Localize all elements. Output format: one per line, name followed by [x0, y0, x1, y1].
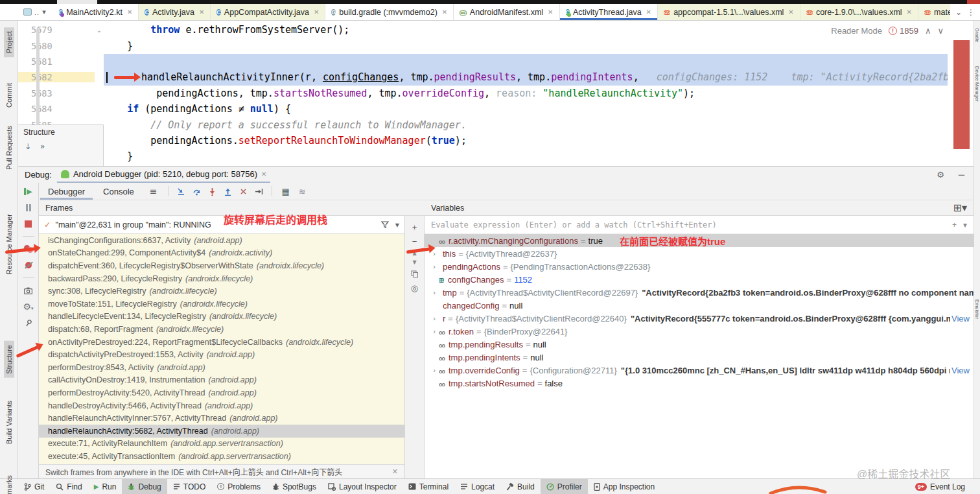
- tab-list-menu-icon[interactable]: ≡: [150, 186, 158, 196]
- variable-row[interactable]: ootmp.pendingIntents=null: [425, 351, 974, 364]
- stack-frame[interactable]: handleRelaunchActivityInner:5767, Activi…: [39, 412, 404, 425]
- stack-frame[interactable]: isChangingConfigurations:6637, Activity(…: [39, 234, 404, 247]
- fold-marker[interactable]: ⌄: [95, 27, 104, 34]
- line-number[interactable]: 5680: [18, 41, 95, 51]
- stack-frame[interactable]: callActivityOnDestroy:1419, Instrumentat…: [39, 374, 404, 387]
- right-stripe-item-device-manager[interactable]: Device Manager: [974, 64, 980, 104]
- editor-tab-androidmanifest-xml[interactable]: MFAndroidManifest.xml✕: [454, 4, 559, 20]
- inspections-badge[interactable]: ! 1859: [889, 26, 918, 36]
- variable-row[interactable]: ›ootmp.overrideConfig={Configuration@227…: [425, 364, 974, 377]
- editor-tab-core-1-9-0-values-xml[interactable]: </>core-1.9.0\...\values.xml✕: [800, 4, 918, 20]
- sidebar-item-build-variants[interactable]: Build Variants: [4, 397, 14, 448]
- code-text[interactable]: // Only report a successful relaunch to …: [104, 117, 948, 132]
- statusbar-item-git[interactable]: Git: [18, 479, 50, 494]
- stack-frame[interactable]: handleDestroyActivity:5466, ActivityThre…: [39, 399, 404, 412]
- close-session-icon[interactable]: ✕: [261, 171, 266, 178]
- editor-tab-activity-java[interactable]: CActivity.java✕: [139, 4, 211, 20]
- variable-row[interactable]: oor.activity.mChangingConfigurations=tru…: [425, 234, 974, 247]
- settings-gear-icon[interactable]: ⚙▾: [23, 301, 34, 312]
- tab-close-icon[interactable]: ✕: [127, 8, 132, 16]
- statusbar-item-spotbugs[interactable]: SpotBugs: [266, 479, 322, 494]
- next-error-icon[interactable]: ∨: [937, 26, 944, 36]
- move-watch-down-icon[interactable]: ▼: [405, 257, 424, 266]
- dismiss-banner-icon[interactable]: ✕: [392, 467, 398, 476]
- tab-close-icon[interactable]: ✕: [199, 8, 204, 16]
- layout-settings-icon[interactable]: ⊞▾: [953, 202, 967, 214]
- sidebar-item-resource-manager[interactable]: Resource Manager: [4, 210, 14, 279]
- sidebar-item-bookmarks[interactable]: Bookmarks: [4, 471, 14, 494]
- drop-frame-icon[interactable]: [237, 185, 250, 198]
- run-to-cursor-icon[interactable]: [253, 185, 266, 198]
- code-text[interactable]: [104, 54, 948, 69]
- stack-frame[interactable]: performDestroy:8543, Activity(android.ap…: [39, 361, 404, 374]
- tab-close-icon[interactable]: ✕: [548, 8, 553, 16]
- code-editor[interactable]: 5679⌄ throw e.rethrowFromSystemServer();…: [18, 21, 974, 166]
- variable-row[interactable]: ›oor.token={BinderProxy@22641}: [425, 325, 974, 338]
- expand-chevron-icon[interactable]: ›: [430, 366, 439, 374]
- tabs-overflow-chevron-icon[interactable]: ⌄: [955, 8, 962, 17]
- filter-funnel-icon[interactable]: [381, 221, 389, 229]
- stack-frame[interactable]: moveToState:151, LifecycleRegistry(andro…: [39, 298, 404, 311]
- stack-frame[interactable]: execute:71, ActivityRelaunchItem(android…: [39, 438, 404, 451]
- statusbar-item-profiler[interactable]: Profiler: [541, 479, 588, 494]
- code-text[interactable]: throw e.rethrowFromSystemServer();: [104, 22, 948, 38]
- stack-frame[interactable]: handleRelaunchActivity:5682, ActivityThr…: [39, 425, 404, 438]
- resume-icon[interactable]: ▶: [23, 186, 34, 196]
- variable-row[interactable]: changedConfig=null: [425, 299, 974, 312]
- editor-tab-appcompat-1-5-1-values-xml[interactable]: </>appcompat-1.5.1\...\values.xml✕: [658, 4, 800, 20]
- evaluate-expression-row[interactable]: Evaluate expression (Enter) or add a wat…: [425, 216, 974, 234]
- editor-error-stripe[interactable]: [953, 40, 970, 149]
- statusbar-item-terminal[interactable]: Terminal: [402, 479, 454, 494]
- statusbar-item-build[interactable]: Build: [500, 479, 541, 494]
- pin-icon[interactable]: [23, 318, 34, 328]
- step-out-icon[interactable]: [222, 185, 235, 198]
- editor-tab-build-gradle-mvvmdemo2-[interactable]: Gbuild.gradle (:mvvmdemo2)✕: [325, 4, 454, 20]
- structure-panel-title[interactable]: Structure: [18, 125, 103, 138]
- editor-tab-material-1-6-[interactable]: </>material-1.6.: [918, 4, 950, 20]
- mute-breakpoints-icon[interactable]: [23, 260, 34, 270]
- right-stripe-item-gradle[interactable]: Gradle: [974, 26, 980, 45]
- variable-row[interactable]: ›this={ActivityThread@22637}: [425, 247, 974, 260]
- inspect-watch-icon[interactable]: ◎: [405, 281, 424, 295]
- line-number[interactable]: 5682: [18, 72, 95, 82]
- statusbar-item-layout-inspector[interactable]: Layout Inspector: [322, 479, 402, 494]
- variable-row[interactable]: ootmp.startsNotResumed=false: [425, 377, 974, 390]
- expand-chevron-icon[interactable]: ›: [430, 288, 439, 296]
- tab-close-icon[interactable]: ✕: [907, 8, 912, 16]
- debug-tab-console[interactable]: Console: [95, 183, 142, 200]
- tool-window-icon[interactable]: [23, 8, 32, 16]
- minimize-icon[interactable]: ─: [959, 170, 964, 180]
- thread-selector[interactable]: ✓ "main"@22,631 in group "main": RUNNING…: [39, 216, 404, 234]
- debug-settings-gear-icon[interactable]: ⚙: [937, 170, 944, 180]
- tab-close-icon[interactable]: ✕: [646, 8, 651, 16]
- remove-watch-icon[interactable]: −: [405, 234, 424, 248]
- hide-chevron-icon[interactable]: ▾: [42, 8, 47, 16]
- layout-editor-settings-icon[interactable]: ≋: [299, 187, 306, 196]
- pause-icon[interactable]: [23, 202, 34, 213]
- duplicate-watch-icon[interactable]: [405, 266, 424, 281]
- show-execution-point-icon[interactable]: [175, 185, 188, 198]
- statusbar-item-todo[interactable]: TODO: [167, 479, 211, 494]
- statusbar-item-problems[interactable]: !Problems: [211, 479, 266, 494]
- tab-close-icon[interactable]: ✕: [788, 8, 793, 16]
- add-watch-icon[interactable]: +: [405, 220, 424, 234]
- prev-error-icon[interactable]: ∧: [925, 26, 931, 36]
- expand-chevron-icon[interactable]: ›: [430, 314, 439, 322]
- editor-tab-mainactivity2-kt[interactable]: CMainActivity2.kt✕: [53, 4, 139, 20]
- debug-tab-debugger[interactable]: Debugger: [40, 183, 93, 200]
- stop-icon[interactable]: [23, 218, 34, 229]
- eval-dropdown-chevron-icon[interactable]: ▾: [963, 220, 967, 229]
- variable-row[interactable]: ›tmp={ActivityThread$ActivityClientRecor…: [425, 286, 974, 299]
- statusbar-item-find[interactable]: Find: [50, 479, 88, 494]
- variable-row[interactable]: 01configChanges=1152: [425, 273, 974, 286]
- code-text[interactable]: pendingActions, tmp.startsNotResumed, tm…: [104, 86, 948, 101]
- evaluate-expression-icon[interactable]: ▦: [282, 187, 290, 196]
- stack-frame[interactable]: dispatchEvent:360, LifecycleRegistry$Obs…: [39, 259, 404, 272]
- sort-icon[interactable]: ⇣: [25, 142, 31, 151]
- view-link[interactable]: View: [950, 366, 974, 375]
- sidebar-item-project[interactable]: Project: [4, 27, 14, 57]
- code-text[interactable]: if (pendingActions ≠ null) {: [104, 101, 948, 117]
- line-number[interactable]: 5679: [18, 25, 95, 35]
- thread-dropdown-chevron-icon[interactable]: ▾: [395, 220, 399, 229]
- reader-mode-label[interactable]: Reader Mode: [831, 26, 882, 36]
